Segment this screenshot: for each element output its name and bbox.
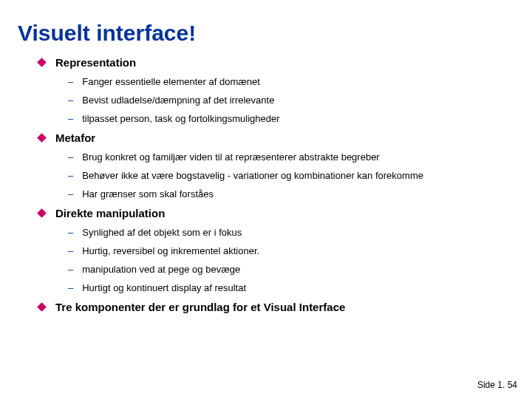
diamond-icon — [37, 208, 47, 218]
diamond-icon — [37, 302, 47, 312]
sub-item: –Fanger essentielle elementer af domænet — [68, 76, 514, 87]
slide-content: Representation–Fanger essentielle elemen… — [18, 56, 514, 313]
slide: Visuelt interface! Representation–Fanger… — [0, 0, 532, 399]
sub-item: –Synlighed af det objekt som er i fokus — [68, 227, 514, 238]
bullet-item: Metafor — [38, 132, 514, 144]
sub-item: –Har grænser som skal forståes — [68, 188, 514, 200]
sub-list: –Synlighed af det objekt som er i fokus–… — [38, 227, 514, 293]
dash-icon: – — [68, 170, 73, 181]
sub-label: tilpasset person, task og fortolkingsmul… — [82, 113, 279, 124]
slide-title: Visuelt interface! — [18, 21, 514, 46]
sub-label: Bevist udladelse/dæmpning af det irrelev… — [82, 95, 274, 106]
sub-list: –Brug konkret og familjær viden til at r… — [38, 151, 514, 200]
sub-item: –Hurtig, reversibel og inkrementel aktio… — [68, 245, 514, 256]
sub-label: Har grænser som skal forståes — [82, 188, 214, 200]
dash-icon: – — [68, 113, 73, 124]
sub-item: –tilpasset person, task og fortolkingsmu… — [68, 113, 514, 124]
dash-icon: – — [68, 95, 73, 106]
dash-icon: – — [68, 264, 73, 275]
sub-item: –Brug konkret og familjær viden til at r… — [68, 151, 514, 163]
diamond-icon — [37, 133, 47, 143]
sub-item: –Behøver ikke at være bogstavelig - vari… — [68, 170, 514, 181]
sub-item: –Hurtigt og kontinuert display af result… — [68, 282, 514, 293]
slide-number: Side 1. 54 — [477, 380, 517, 390]
dash-icon: – — [68, 188, 73, 200]
sub-label: Behøver ikke at være bogstavelig - varia… — [82, 170, 423, 181]
bullet-label: Metafor — [55, 132, 95, 144]
bullet-item: Direkte manipulation — [38, 207, 514, 219]
sub-list: –Fanger essentielle elementer af domænet… — [38, 76, 514, 124]
sub-item: –Bevist udladelse/dæmpning af det irrele… — [68, 95, 514, 106]
sub-label: manipulation ved at pege og bevæge — [82, 264, 240, 275]
dash-icon: – — [68, 282, 73, 293]
sub-item: –manipulation ved at pege og bevæge — [68, 264, 514, 275]
bullet-label: Tre komponenter der er grundlag for et V… — [55, 301, 345, 313]
sub-label: Synlighed af det objekt som er i fokus — [82, 227, 242, 238]
sub-label: Hurtigt og kontinuert display af resulta… — [82, 282, 246, 293]
dash-icon: – — [68, 151, 73, 163]
bullet-label: Direkte manipulation — [55, 207, 165, 219]
dash-icon: – — [68, 76, 73, 87]
diamond-icon — [37, 58, 47, 67]
bullet-item: Representation — [38, 56, 514, 69]
bullet-label: Representation — [55, 56, 136, 69]
sub-label: Hurtig, reversibel og inkrementel aktion… — [82, 245, 259, 256]
sub-label: Brug konkret og familjær viden til at re… — [82, 151, 379, 163]
sub-label: Fanger essentielle elementer af domænet — [82, 76, 260, 87]
dash-icon: – — [68, 245, 73, 256]
dash-icon: – — [68, 227, 73, 238]
bullet-item: Tre komponenter der er grundlag for et V… — [38, 301, 514, 313]
